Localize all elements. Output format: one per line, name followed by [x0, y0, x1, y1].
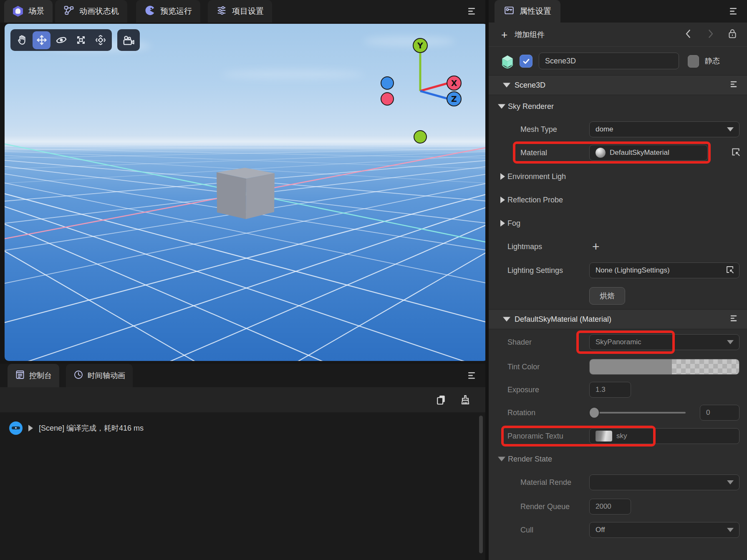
cull-row: Cull Off [489, 518, 747, 542]
static-checkbox[interactable] [688, 55, 699, 68]
panel-divider[interactable] [485, 0, 489, 560]
render-queue-input[interactable]: 2000 [589, 499, 631, 515]
panoramic-texture-field[interactable]: sky [589, 428, 739, 444]
tab-preview-run[interactable]: 预览运行 [136, 0, 200, 23]
exposure-input[interactable]: 1.3 [589, 382, 631, 398]
sub-section-title: Sky Renderer [508, 102, 554, 111]
history-forward-icon[interactable] [706, 28, 715, 41]
material-field[interactable]: DefaultSkyMaterial [589, 145, 708, 161]
texture-thumbnail [596, 431, 612, 441]
console-toolbar [0, 387, 485, 412]
expand-arrow-icon[interactable] [500, 173, 505, 180]
rotate-tool-button[interactable] [52, 31, 70, 49]
panoramic-texture-value: sky [616, 432, 627, 440]
entity-enabled-checkbox[interactable] [520, 55, 532, 68]
orbit-icon [56, 34, 67, 46]
clear-console-icon[interactable] [459, 394, 471, 407]
inspector-menu-icon[interactable] [729, 7, 738, 18]
fog-header[interactable]: Fog [489, 212, 747, 235]
frame-selection-button[interactable] [72, 31, 90, 49]
cull-label: Cull [520, 525, 533, 534]
pick-lighting-settings-icon[interactable] [725, 265, 735, 277]
lighting-settings-field[interactable]: None (LightingSettings) [589, 262, 739, 278]
tab-inspector[interactable]: 属性设置 [495, 0, 560, 23]
expand-arrow-icon[interactable] [500, 220, 505, 227]
lightmaps-row: Lightmaps + [489, 235, 747, 258]
section-header-scene3d[interactable]: Scene3D [489, 75, 747, 95]
rotation-input[interactable]: 0 [700, 405, 739, 421]
chevron-down-icon [727, 480, 734, 484]
collapse-arrow-icon[interactable] [503, 317, 510, 322]
rotation-slider-knob[interactable] [589, 407, 600, 419]
section-menu-icon[interactable] [729, 80, 738, 90]
gizmo-x-label: X [451, 78, 457, 88]
add-lightmap-icon[interactable]: + [592, 240, 600, 253]
mesh-type-label: Mesh Type [520, 125, 557, 134]
render-queue-row: Render Queue 2000 [489, 495, 747, 518]
copy-log-icon[interactable] [435, 394, 447, 407]
environment-light-header[interactable]: Environment Ligh [489, 165, 747, 188]
tab-timeline[interactable]: 时间轴动画 [66, 364, 133, 387]
tab-project-settings[interactable]: 项目设置 [208, 0, 272, 23]
chevron-down-icon [727, 127, 734, 131]
rotation-row: Rotation 0 [489, 401, 747, 424]
cull-dropdown[interactable]: Off [589, 522, 739, 538]
mesh-type-dropdown[interactable]: dome [589, 121, 739, 137]
collapse-arrow-icon[interactable] [498, 104, 505, 109]
lighting-settings-value: None (LightingSettings) [596, 266, 670, 275]
tab-scene[interactable]: 场景 [4, 0, 53, 23]
tab-preview-run-label: 预览运行 [160, 6, 192, 17]
material-sphere-icon [596, 148, 606, 158]
move-tool-button[interactable] [33, 31, 50, 49]
section-header-material[interactable]: DefaultSkyMaterial (Material) [489, 309, 747, 329]
camera-icon [122, 34, 135, 46]
render-state-header[interactable]: Render State [489, 448, 747, 470]
frame-icon [75, 34, 87, 46]
tab-animator[interactable]: 动画状态机 [55, 0, 127, 23]
lock-inspector-icon[interactable] [727, 28, 738, 41]
console-log-area[interactable]: [Scene] 编译完成，耗时416 ms [0, 412, 485, 560]
tint-color-alpha [672, 359, 739, 374]
expand-arrow-icon[interactable] [500, 197, 505, 203]
state-machine-icon [63, 5, 74, 18]
section-menu-icon[interactable] [729, 314, 738, 324]
bake-button[interactable]: 烘焙 [589, 287, 625, 305]
add-component-button[interactable]: 增加组件 [515, 30, 545, 40]
sky-renderer-header[interactable]: Sky Renderer [489, 95, 747, 118]
collapse-arrow-icon[interactable] [503, 83, 510, 88]
viewport-toolbar [10, 29, 140, 51]
section-title: Scene3D [515, 81, 545, 90]
tab-console[interactable]: 控制台 [8, 364, 59, 387]
workspace-menu-icon[interactable] [467, 7, 476, 18]
reflection-probe-header[interactable]: Reflection Probe [489, 188, 747, 212]
scene-viewport[interactable]: Y X Z [5, 24, 488, 361]
material-render-label: Material Rende [520, 478, 571, 487]
pick-material-icon[interactable] [730, 146, 741, 159]
rotation-slider-track[interactable] [593, 412, 686, 414]
history-back-icon[interactable] [684, 28, 693, 41]
pan-tool-button[interactable] [13, 31, 31, 49]
tint-color-swatch[interactable] [589, 359, 739, 375]
shader-dropdown[interactable]: SkyPanoramic [589, 334, 739, 350]
tab-inspector-label: 属性设置 [520, 6, 551, 17]
material-render-row: Material Rende [489, 470, 747, 495]
expand-log-icon[interactable] [28, 425, 33, 431]
console-menu-icon[interactable] [467, 371, 476, 382]
material-render-dropdown[interactable] [589, 474, 739, 490]
log-entry[interactable]: [Scene] 编译完成，耗时416 ms [9, 421, 144, 435]
collapse-arrow-icon[interactable] [498, 457, 505, 462]
camera-tool-button[interactable] [117, 29, 140, 51]
preview-run-icon [144, 5, 155, 18]
section-title: DefaultSkyMaterial (Material) [515, 315, 611, 324]
top-tab-bar: 场景 动画状态机 预览运行 [0, 0, 485, 23]
tab-scene-label: 场景 [28, 6, 44, 17]
lighting-settings-row: Lighting Settings None (LightingSettings… [489, 258, 747, 283]
orientation-gizmo: Y X Z [381, 38, 461, 143]
console-panel: 控制台 时间轴动画 [0, 364, 485, 560]
exposure-label: Exposure [507, 385, 539, 394]
render-state-title: Render State [508, 455, 552, 464]
console-scrollbar[interactable] [479, 416, 483, 553]
gizmo-mode-button[interactable] [91, 31, 109, 49]
entity-name-input[interactable] [539, 53, 679, 69]
gizmo-neg-y-handle [414, 131, 426, 143]
